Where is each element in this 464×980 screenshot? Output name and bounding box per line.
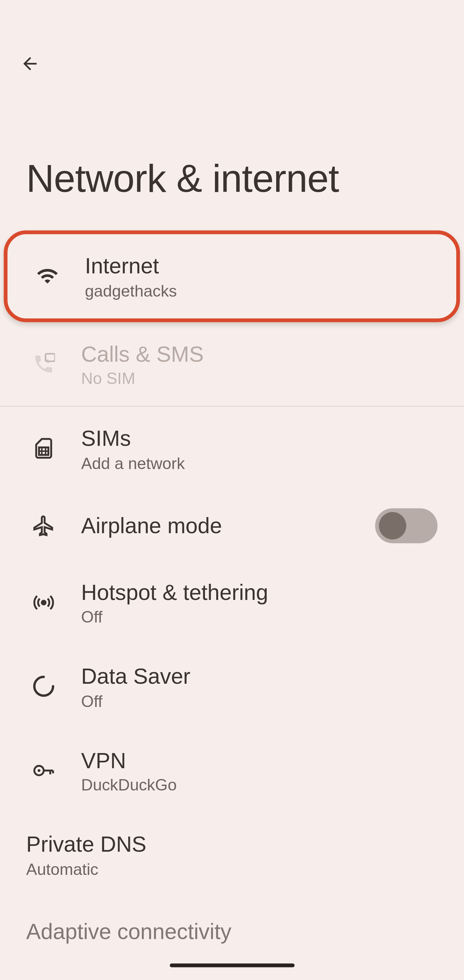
item-data-saver[interactable]: Data Saver Off bbox=[0, 644, 464, 729]
item-title: Data Saver bbox=[81, 662, 438, 690]
item-title: Private DNS bbox=[26, 830, 437, 858]
item-subtitle: Add a network bbox=[81, 453, 438, 473]
vpn-icon bbox=[26, 753, 61, 788]
phone-sms-icon bbox=[26, 347, 61, 381]
item-title: Calls & SMS bbox=[81, 339, 438, 368]
item-hotspot[interactable]: Hotspot & tethering Off bbox=[0, 560, 464, 644]
header bbox=[0, 0, 464, 62]
item-subtitle: gadgethacks bbox=[85, 282, 434, 301]
item-title: Internet bbox=[85, 252, 434, 280]
datasaver-icon bbox=[26, 669, 61, 704]
home-indicator[interactable] bbox=[170, 964, 294, 967]
toggle-knob bbox=[379, 512, 406, 539]
page-title: Network & internet bbox=[0, 62, 464, 231]
item-subtitle: Off bbox=[81, 692, 438, 711]
item-title: SIMs bbox=[81, 424, 438, 452]
sim-icon bbox=[26, 431, 61, 466]
item-text: Private DNS Automatic bbox=[26, 830, 437, 879]
item-text: Calls & SMS No SIM bbox=[81, 339, 438, 388]
item-text: Internet gadgethacks bbox=[85, 252, 434, 301]
item-text: Airplane mode bbox=[81, 511, 365, 539]
item-subtitle: No SIM bbox=[81, 369, 438, 388]
item-title: VPN bbox=[81, 746, 438, 774]
item-sims[interactable]: SIMs Add a network bbox=[0, 407, 464, 491]
item-subtitle: Automatic bbox=[26, 859, 437, 879]
item-internet[interactable]: Internet gadgethacks bbox=[4, 231, 460, 322]
item-title: Hotspot & tethering bbox=[81, 578, 438, 606]
airplane-icon bbox=[26, 508, 61, 543]
hotspot-icon bbox=[26, 585, 61, 620]
item-title: Adaptive connectivity bbox=[26, 919, 231, 943]
item-title: Airplane mode bbox=[81, 511, 365, 539]
item-airplane-mode[interactable]: Airplane mode bbox=[0, 491, 464, 561]
item-text: VPN DuckDuckGo bbox=[81, 746, 438, 795]
item-subtitle: DuckDuckGo bbox=[81, 776, 438, 795]
item-calls-sms: Calls & SMS No SIM bbox=[0, 322, 464, 406]
item-subtitle: Off bbox=[81, 608, 438, 627]
settings-list: Internet gadgethacks Calls & SMS No SIM … bbox=[0, 231, 464, 944]
item-text: Data Saver Off bbox=[81, 662, 438, 711]
wifi-icon bbox=[30, 259, 65, 293]
item-text: SIMs Add a network bbox=[81, 424, 438, 473]
svg-point-8 bbox=[38, 769, 41, 772]
item-private-dns[interactable]: Private DNS Automatic bbox=[0, 812, 464, 897]
item-adaptive-connectivity[interactable]: Adaptive connectivity bbox=[0, 897, 464, 944]
svg-point-6 bbox=[41, 600, 46, 605]
item-text: Hotspot & tethering Off bbox=[81, 578, 438, 627]
item-vpn[interactable]: VPN DuckDuckGo bbox=[0, 729, 464, 813]
airplane-toggle[interactable] bbox=[375, 508, 438, 543]
